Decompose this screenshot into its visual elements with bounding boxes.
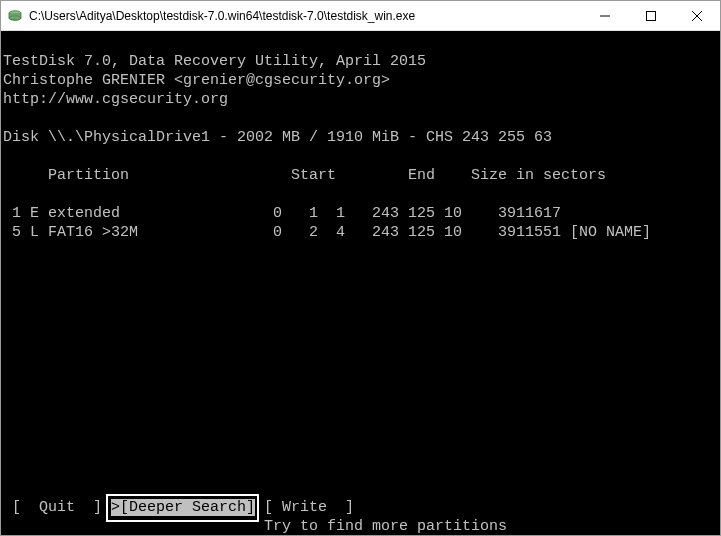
header-line-3: http://www.cgsecurity.org (3, 91, 228, 108)
menu-description: Try to find more partitions (3, 517, 721, 536)
window-controls (582, 1, 720, 30)
header-line-2: Christophe GRENIER <grenier@cgsecurity.o… (3, 72, 390, 89)
header-line-1: TestDisk 7.0, Data Recovery Utility, Apr… (3, 53, 426, 70)
disk-info: Disk \\.\PhysicalDrive1 - 2002 MB / 1910… (3, 129, 552, 146)
partition-row[interactable]: 5 L FAT16 >32M 0 2 4 243 125 10 3911551 … (3, 224, 651, 241)
maximize-button[interactable] (628, 1, 674, 30)
console-area: TestDisk 7.0, Data Recovery Utility, Apr… (1, 31, 720, 536)
svg-rect-3 (647, 11, 656, 20)
app-icon (7, 8, 23, 24)
menu-row: [ Quit ] >[Deeper Search] [ Write ] (3, 498, 354, 517)
menu-write[interactable]: [ Write ] (264, 499, 354, 516)
window-titlebar: C:\Users\Aditya\Desktop\testdisk-7.0.win… (1, 1, 720, 31)
menu-deeper-search[interactable]: >[Deeper Search] (111, 499, 255, 516)
menu-quit[interactable]: [ Quit ] (12, 499, 102, 516)
partition-row[interactable]: 1 E extended 0 1 1 243 125 10 3911617 (3, 205, 561, 222)
minimize-button[interactable] (582, 1, 628, 30)
window-title: C:\Users\Aditya\Desktop\testdisk-7.0.win… (29, 9, 582, 23)
partition-table-header: Partition Start End Size in sectors (3, 167, 606, 184)
close-button[interactable] (674, 1, 720, 30)
